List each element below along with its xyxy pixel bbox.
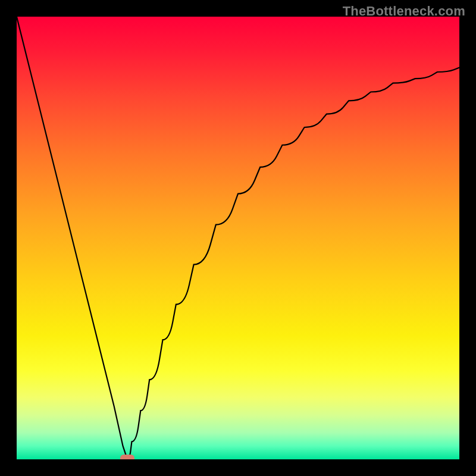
left-branch-line xyxy=(17,17,127,459)
chart-frame: TheBottleneck.com xyxy=(0,0,476,476)
plot-area xyxy=(17,17,459,459)
right-branch-line xyxy=(127,68,459,459)
curve-layer xyxy=(17,17,459,459)
watermark-text: TheBottleneck.com xyxy=(343,4,465,19)
vertex-marker xyxy=(120,455,134,459)
